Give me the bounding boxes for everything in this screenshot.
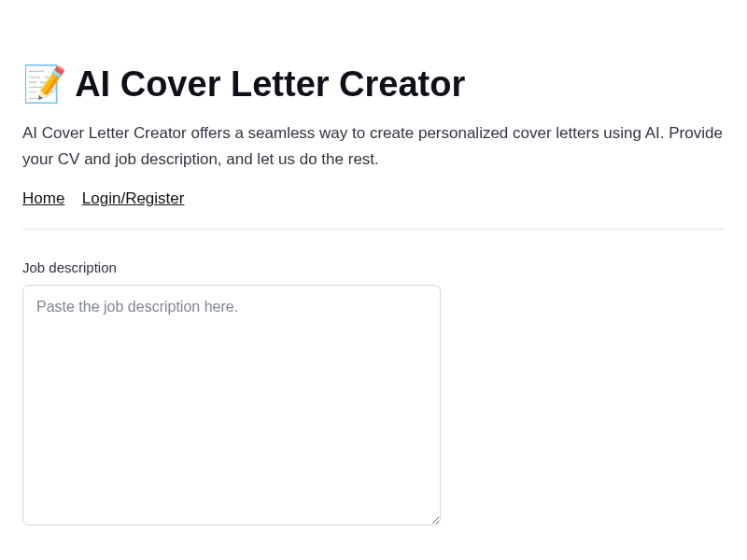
nav-home-link[interactable]: Home <box>22 189 64 207</box>
nav-links: Home Login/Register <box>22 189 725 208</box>
divider <box>22 229 725 230</box>
page-title: 📝 AI Cover Letter Creator <box>22 62 725 107</box>
page-subtitle: AI Cover Letter Creator offers a seamles… <box>22 120 725 173</box>
job-description-label: Job description <box>22 259 725 275</box>
nav-login-link[interactable]: Login/Register <box>82 189 185 207</box>
job-description-input[interactable] <box>22 285 441 525</box>
